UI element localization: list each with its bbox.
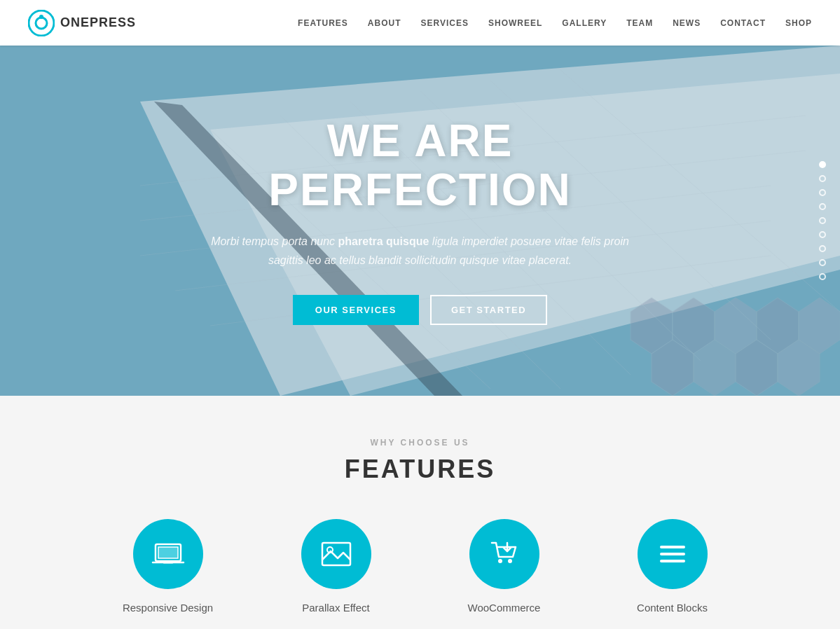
nav-features[interactable]: FEATURES — [298, 18, 348, 28]
menu-icon — [656, 537, 689, 571]
scroll-dot-9[interactable] — [819, 273, 826, 280]
nav-shop[interactable]: SHOP — [785, 18, 812, 28]
svg-point-34 — [498, 559, 502, 563]
nav-contact[interactable]: CONTACT — [720, 18, 766, 28]
feature-responsive-label: Responsive Design — [123, 602, 213, 614]
get-started-button[interactable]: GET STARTED — [430, 295, 547, 325]
scroll-dot-5[interactable] — [819, 217, 826, 224]
feature-woocommerce: WooCommerce — [441, 519, 567, 614]
scroll-dot-6[interactable] — [819, 231, 826, 238]
hero-subtitle: Morbi tempus porta nunc pharetra quisque… — [203, 232, 638, 270]
feature-content-blocks-label: Content Blocks — [637, 602, 708, 614]
main-nav: FEATURES ABOUT SERVICES SHOWREEL GALLERY… — [298, 18, 812, 28]
header: ONEPRESS FEATURES ABOUT SERVICES SHOWREE… — [0, 0, 840, 46]
logo-icon — [28, 10, 55, 36]
svg-point-0 — [29, 11, 54, 36]
scroll-dot-3[interactable] — [819, 189, 826, 196]
nav-showreel[interactable]: SHOWREEL — [488, 18, 542, 28]
scroll-dot-8[interactable] — [819, 259, 826, 266]
image-icon — [319, 537, 353, 571]
subtitle-before: Morbi tempus porta nunc — [211, 235, 338, 247]
scroll-dot-7[interactable] — [819, 245, 826, 252]
nav-team[interactable]: TEAM — [626, 18, 653, 28]
nav-about[interactable]: ABOUT — [368, 18, 401, 28]
scroll-dot-1[interactable] — [819, 161, 826, 168]
laptop-icon — [151, 537, 185, 571]
feature-parallax-label: Parallax Effect — [302, 602, 369, 614]
scroll-dot-4[interactable] — [819, 203, 826, 210]
svg-rect-32 — [322, 543, 350, 565]
hero-section: WE ARE PERFECTION Morbi tempus porta nun… — [0, 46, 840, 396]
responsive-icon-circle — [133, 519, 203, 589]
nav-services[interactable]: SERVICES — [421, 18, 469, 28]
svg-rect-28 — [158, 547, 178, 558]
nav-gallery[interactable]: GALLERY — [562, 18, 607, 28]
scroll-dot-2[interactable] — [819, 175, 826, 182]
feature-responsive: Responsive Design — [105, 519, 231, 614]
feature-woocommerce-label: WooCommerce — [468, 602, 541, 614]
feature-parallax: Parallax Effect — [273, 519, 399, 614]
content-blocks-icon-circle — [638, 519, 708, 589]
our-services-button[interactable]: OUR SERVICES — [293, 295, 419, 325]
hero-title: WE ARE PERFECTION — [203, 116, 638, 215]
features-title: FEATURES — [28, 455, 812, 484]
feature-content-blocks: Content Blocks — [610, 519, 736, 614]
scroll-dots — [819, 161, 826, 280]
hero-content: WE ARE PERFECTION Morbi tempus porta nun… — [175, 116, 666, 325]
features-label: WHY CHOOSE US — [28, 438, 812, 448]
logo[interactable]: ONEPRESS — [28, 10, 136, 36]
nav-news[interactable]: NEWS — [673, 18, 701, 28]
cart-icon — [488, 537, 521, 571]
features-grid: Responsive Design Parallax Effect — [28, 519, 812, 614]
svg-point-1 — [36, 18, 47, 29]
logo-text: ONEPRESS — [60, 15, 136, 30]
features-section: WHY CHOOSE US FEATURES Responsive Design — [0, 396, 840, 629]
parallax-icon-circle — [301, 519, 371, 589]
svg-point-35 — [508, 559, 512, 563]
hero-buttons: OUR SERVICES GET STARTED — [203, 295, 638, 325]
subtitle-bold: pharetra quisque — [338, 235, 429, 247]
woocommerce-icon-circle — [469, 519, 539, 589]
svg-point-2 — [39, 15, 43, 19]
